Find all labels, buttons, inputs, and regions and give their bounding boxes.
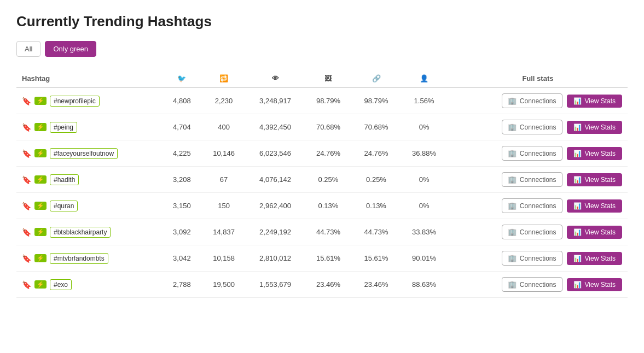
col-images: 🖼 <box>304 70 352 87</box>
connections-icon: 🏢 <box>508 228 517 236</box>
connections-icon: 🏢 <box>508 254 517 262</box>
impressions-val: 2,962,400 <box>246 193 304 219</box>
retweets-val: 19,500 <box>201 272 246 298</box>
tweets-val: 3,092 <box>162 219 201 245</box>
images-val: 24.76% <box>304 140 352 167</box>
actions-cell: 🏢 Connections 📊 View Stats <box>448 219 628 245</box>
hashtag-label[interactable]: #quran <box>50 201 78 211</box>
links-val: 0.13% <box>352 193 401 219</box>
filter-all[interactable]: All <box>16 41 40 57</box>
retweets-val: 67 <box>201 167 246 193</box>
links-val: 0.25% <box>352 167 401 193</box>
retweets-val: 14,837 <box>201 219 246 245</box>
hashtag-label[interactable]: #peing <box>50 122 77 133</box>
retweet-icon: 🔁 <box>219 74 228 83</box>
viewstats-button[interactable]: 📊 View Stats <box>567 147 622 160</box>
trending-badge: ⚡ <box>34 175 47 184</box>
barchart-icon: 📊 <box>573 150 582 157</box>
hashtag-label[interactable]: #btsblackhairparty <box>50 227 111 238</box>
viewstats-button[interactable]: 📊 View Stats <box>567 252 622 265</box>
links-val: 44.73% <box>352 219 401 245</box>
trending-badge: ⚡ <box>34 228 47 236</box>
col-hashtag: Hashtag <box>16 70 162 87</box>
hashtag-label[interactable]: #hadith <box>50 174 79 185</box>
table-row: 🔖 ⚡ #exo 2,788 19,500 1,553,679 23.46% 2… <box>16 272 628 298</box>
connections-button[interactable]: 🏢 Connections <box>502 198 562 213</box>
hashtag-label[interactable]: #faceyourselfoutnow <box>50 148 118 159</box>
images-val: 0.13% <box>304 193 352 219</box>
retweets-val: 10,146 <box>201 140 246 167</box>
bookmark-icon[interactable]: 🔖 <box>22 123 31 132</box>
connections-icon: 🏢 <box>508 175 517 184</box>
bookmark-icon[interactable]: 🔖 <box>22 228 31 237</box>
retweets-val: 2,230 <box>201 87 246 114</box>
tweets-val: 3,150 <box>162 193 201 219</box>
bookmark-icon[interactable]: 🔖 <box>22 149 31 158</box>
retweets-val: 10,158 <box>201 245 246 272</box>
trending-badge: ⚡ <box>34 202 47 210</box>
impressions-val: 4,392,450 <box>246 114 304 140</box>
viewstats-button[interactable]: 📊 View Stats <box>567 199 622 213</box>
viewstats-button[interactable]: 📊 View Stats <box>567 95 622 108</box>
trending-badge: ⚡ <box>34 280 47 289</box>
images-val: 98.79% <box>304 87 352 114</box>
hashtag-label[interactable]: #exo <box>50 279 72 290</box>
images-val: 23.46% <box>304 272 352 298</box>
bookmark-icon[interactable]: 🔖 <box>22 175 31 184</box>
viewstats-button[interactable]: 📊 View Stats <box>567 173 622 186</box>
bookmark-icon[interactable]: 🔖 <box>22 280 31 289</box>
bookmark-icon[interactable]: 🔖 <box>22 202 31 210</box>
impressions-val: 4,076,142 <box>246 167 304 193</box>
hashtag-cell-6: 🔖 ⚡ #mtvbrfandombts <box>16 245 162 272</box>
barchart-icon: 📊 <box>573 123 582 131</box>
connections-icon: 🏢 <box>508 149 517 157</box>
barchart-icon: 📊 <box>573 176 582 184</box>
tweets-val: 3,208 <box>162 167 201 193</box>
filter-only-green[interactable]: Only green <box>45 41 96 57</box>
viewstats-button[interactable]: 📊 View Stats <box>567 278 622 291</box>
connections-button[interactable]: 🏢 Connections <box>502 251 562 266</box>
viewstats-button[interactable]: 📊 View Stats <box>567 226 622 239</box>
table-row: 🔖 ⚡ #newprofilepic 4,808 2,230 3,248,917… <box>16 87 628 114</box>
hashtag-cell-5: 🔖 ⚡ #btsblackhairparty <box>16 219 162 245</box>
barchart-icon: 📊 <box>573 255 582 262</box>
retweets-val: 150 <box>201 193 246 219</box>
trending-badge: ⚡ <box>34 254 47 262</box>
images-val: 44.73% <box>304 219 352 245</box>
users-val: 0% <box>400 167 448 193</box>
connections-button[interactable]: 🏢 Connections <box>502 120 562 134</box>
links-val: 98.79% <box>352 87 401 114</box>
users-val: 36.88% <box>400 140 448 167</box>
hashtag-label[interactable]: #mtvbrfandombts <box>50 253 108 264</box>
connections-button[interactable]: 🏢 Connections <box>502 225 562 239</box>
tweets-val: 2,788 <box>162 272 201 298</box>
connections-button[interactable]: 🏢 Connections <box>502 277 562 292</box>
bookmark-icon[interactable]: 🔖 <box>22 254 31 263</box>
connections-button[interactable]: 🏢 Connections <box>502 146 562 161</box>
retweets-val: 400 <box>201 114 246 140</box>
connections-button[interactable]: 🏢 Connections <box>502 93 562 108</box>
connections-button[interactable]: 🏢 Connections <box>502 172 562 187</box>
bookmark-icon[interactable]: 🔖 <box>22 97 31 105</box>
hashtag-cell-3: 🔖 ⚡ #hadith <box>16 167 162 193</box>
col-links: 🔗 <box>352 70 401 87</box>
hashtag-cell-4: 🔖 ⚡ #quran <box>16 193 162 219</box>
eye-icon: 👁 <box>272 74 279 83</box>
tweets-val: 4,808 <box>162 87 201 114</box>
hashtag-cell-2: 🔖 ⚡ #faceyourselfoutnow <box>16 140 162 167</box>
links-val: 23.46% <box>352 272 401 298</box>
barchart-icon: 📊 <box>573 281 582 289</box>
table-row: 🔖 ⚡ #peing 4,704 400 4,392,450 70.68% 70… <box>16 114 628 140</box>
impressions-val: 3,248,917 <box>246 87 304 114</box>
impressions-val: 1,553,679 <box>246 272 304 298</box>
actions-cell: 🏢 Connections 📊 View Stats <box>448 167 628 193</box>
table-row: 🔖 ⚡ #hadith 3,208 67 4,076,142 0.25% 0.2… <box>16 167 628 193</box>
barchart-icon: 📊 <box>573 97 582 105</box>
users-val: 0% <box>400 114 448 140</box>
images-val: 0.25% <box>304 167 352 193</box>
viewstats-button[interactable]: 📊 View Stats <box>567 121 622 134</box>
table-row: 🔖 ⚡ #faceyourselfoutnow 4,225 10,146 6,0… <box>16 140 628 167</box>
hashtags-table: Hashtag 🐦 🔁 👁 🖼 🔗 👤 Full stats <box>16 70 628 298</box>
hashtag-label[interactable]: #newprofilepic <box>50 96 100 107</box>
trending-badge: ⚡ <box>34 149 47 157</box>
